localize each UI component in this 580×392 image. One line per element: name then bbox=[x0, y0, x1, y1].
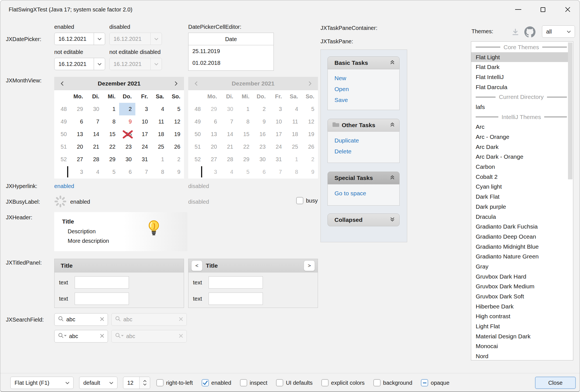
table-row[interactable]: 01.02.2018 bbox=[188, 57, 274, 69]
day-cell[interactable]: 18 bbox=[152, 128, 168, 141]
day-cell[interactable]: 2 bbox=[119, 103, 135, 115]
day-cell[interactable]: 29 bbox=[103, 153, 119, 166]
theme-item[interactable]: Gradianto Dark Fuchsia bbox=[471, 222, 568, 232]
checkbox-box[interactable] bbox=[373, 379, 381, 386]
checkbox-right-to-left[interactable]: right-to-left bbox=[156, 379, 193, 386]
text-input[interactable] bbox=[209, 276, 263, 289]
busy-checkbox[interactable]: busy bbox=[296, 197, 318, 204]
minimize-button[interactable] bbox=[506, 0, 531, 19]
day-cell[interactable]: 8 bbox=[152, 166, 168, 178]
day-cell[interactable]: 9 bbox=[168, 166, 184, 178]
checkbox-box[interactable] bbox=[296, 197, 303, 204]
prev-button[interactable]: < bbox=[191, 260, 202, 271]
github-button[interactable] bbox=[524, 26, 536, 39]
checkbox-box[interactable] bbox=[240, 379, 247, 386]
chevron-double-up-icon[interactable] bbox=[390, 122, 395, 129]
day-cell[interactable]: 26 bbox=[168, 141, 184, 153]
day-cell[interactable]: 28 bbox=[87, 153, 103, 166]
day-cell[interactable]: 22 bbox=[103, 141, 119, 153]
checkbox-box[interactable] bbox=[202, 379, 209, 386]
scrollbar-thumb[interactable] bbox=[568, 42, 572, 179]
task-link[interactable]: Open bbox=[334, 86, 399, 92]
day-cell[interactable]: 2 bbox=[168, 153, 184, 166]
theme-item[interactable]: Gradianto Deep Ocean bbox=[471, 232, 568, 242]
theme-item[interactable]: lafs bbox=[471, 102, 568, 112]
chevron-double-down-icon[interactable] bbox=[390, 217, 395, 223]
close-button[interactable]: Close bbox=[535, 377, 576, 389]
task-pane-header[interactable]: Collapsed bbox=[327, 213, 400, 226]
day-cell[interactable]: 30 bbox=[87, 103, 103, 115]
day-cell[interactable]: 5 bbox=[103, 166, 119, 178]
task-pane-header[interactable]: Basic Tasks bbox=[327, 56, 400, 69]
theme-item[interactable]: Flat Darcula bbox=[471, 82, 568, 92]
maximize-button[interactable] bbox=[531, 0, 555, 19]
day-cell[interactable]: 17 bbox=[135, 128, 152, 141]
day-cell[interactable]: 7 bbox=[87, 115, 103, 128]
text-input[interactable] bbox=[75, 276, 129, 289]
text-input[interactable] bbox=[209, 293, 263, 305]
task-pane-header[interactable]: Other Tasks bbox=[327, 119, 400, 132]
task-link[interactable]: Save bbox=[334, 97, 399, 103]
checkbox-inspect[interactable]: inspect bbox=[240, 379, 267, 386]
day-cell[interactable]: 20 bbox=[70, 141, 87, 153]
laf-combo[interactable]: Flat Light (F1) bbox=[10, 377, 74, 389]
day-cell[interactable]: 29 bbox=[70, 103, 87, 115]
next-button[interactable]: > bbox=[304, 260, 315, 271]
search-input[interactable]: abc bbox=[69, 333, 98, 339]
day-cell[interactable]: 23 bbox=[119, 141, 135, 153]
datepicker-dropdown-button[interactable] bbox=[94, 33, 105, 45]
theme-item[interactable]: Light Flat bbox=[471, 321, 568, 331]
theme-item[interactable]: Arc bbox=[471, 122, 568, 132]
theme-item[interactable]: Flat IntelliJ bbox=[471, 72, 568, 82]
search-input[interactable]: abc bbox=[66, 316, 98, 323]
task-link[interactable]: Go to space bbox=[334, 190, 399, 197]
text-input[interactable] bbox=[75, 293, 129, 305]
checkbox-explicit-colors[interactable]: explicit colors bbox=[321, 379, 365, 386]
calendar-next-button[interactable] bbox=[168, 77, 184, 90]
day-cell[interactable]: 30 bbox=[119, 153, 135, 166]
table-row[interactable]: 25.11.2019 bbox=[188, 45, 274, 57]
day-cell[interactable]: 13 bbox=[70, 128, 87, 141]
theme-item[interactable]: Flat Dark bbox=[471, 62, 568, 72]
hyperlink-enabled[interactable]: enabled bbox=[54, 183, 74, 189]
theme-item[interactable]: Arc - Orange bbox=[471, 132, 568, 142]
day-cell[interactable]: 4 bbox=[87, 166, 103, 178]
theme-item[interactable]: Hiberbee Dark bbox=[471, 301, 568, 312]
spinner-buttons[interactable] bbox=[139, 377, 150, 389]
day-cell[interactable]: 10 bbox=[135, 115, 152, 128]
checkbox-box[interactable] bbox=[276, 379, 283, 386]
datepicker-enabled[interactable]: 16.12.2021 bbox=[54, 33, 105, 45]
theme-item[interactable]: High contrast bbox=[471, 312, 568, 322]
day-cell[interactable]: 1 bbox=[152, 153, 168, 166]
day-cell[interactable]: 12 bbox=[168, 115, 184, 128]
checkbox-box[interactable] bbox=[321, 379, 329, 386]
theme-item[interactable]: Gruvbox Dark Hard bbox=[471, 272, 568, 282]
day-cell[interactable]: 6 bbox=[119, 166, 135, 178]
clear-icon[interactable] bbox=[100, 333, 104, 339]
checkbox-opaque[interactable]: opaque bbox=[421, 379, 449, 386]
theme-item[interactable]: Dark Flat bbox=[471, 192, 568, 202]
checkbox-box[interactable] bbox=[156, 379, 164, 386]
table-column-header[interactable]: Date bbox=[188, 33, 274, 45]
theme-item[interactable]: Cobalt 2 bbox=[471, 172, 568, 182]
theme-item[interactable]: Arc Dark - Orange bbox=[471, 152, 568, 162]
theme-item[interactable]: Cyan light bbox=[471, 182, 568, 192]
chevron-double-up-icon[interactable] bbox=[390, 60, 395, 66]
day-cell[interactable]: 5 bbox=[168, 103, 184, 115]
day-cell[interactable]: 21 bbox=[87, 141, 103, 153]
calendar-prev-button[interactable] bbox=[54, 77, 70, 90]
task-pane-header[interactable]: Special Tasks bbox=[327, 172, 400, 184]
checkbox-box[interactable] bbox=[421, 379, 428, 386]
day-cell[interactable]: 8 bbox=[103, 115, 119, 128]
theme-item[interactable]: Gray bbox=[471, 262, 568, 272]
task-link[interactable]: Duplicate bbox=[334, 137, 399, 144]
theme-item[interactable]: Flat Light bbox=[471, 52, 568, 62]
task-link[interactable]: Delete bbox=[334, 148, 399, 155]
close-window-button[interactable] bbox=[555, 0, 580, 19]
theme-item[interactable]: Nord bbox=[471, 351, 568, 360]
task-link[interactable]: New bbox=[334, 75, 399, 82]
day-cell[interactable]: 7 bbox=[135, 166, 152, 178]
day-cell[interactable]: 31 bbox=[135, 153, 152, 166]
datepicker-dropdown-button[interactable] bbox=[94, 58, 105, 70]
theme-item[interactable]: Gradianto Nature Green bbox=[471, 251, 568, 262]
